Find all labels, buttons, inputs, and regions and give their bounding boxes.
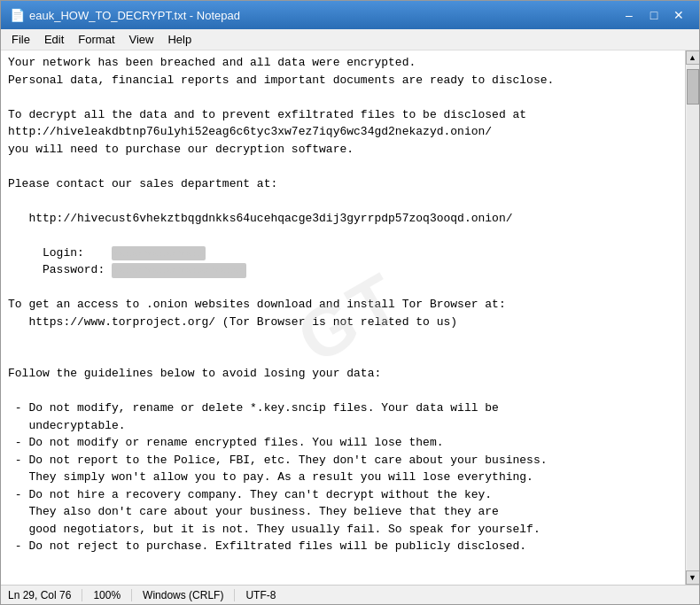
zoom-level: 100% bbox=[82, 589, 132, 601]
title-bar: 📄 eauk_HOW_TO_DECRYPT.txt - Notepad – □ … bbox=[1, 1, 699, 29]
close-button[interactable]: ✕ bbox=[667, 6, 690, 24]
cursor-position: Ln 29, Col 76 bbox=[8, 589, 82, 601]
text-editor[interactable]: Your network has been breached and all d… bbox=[1, 50, 685, 585]
app-icon: 📄 bbox=[10, 8, 24, 22]
title-bar-left: 📄 eauk_HOW_TO_DECRYPT.txt - Notepad bbox=[10, 8, 240, 22]
minimize-button[interactable]: – bbox=[618, 6, 641, 24]
scroll-down-button[interactable]: ▼ bbox=[686, 570, 700, 585]
menu-view[interactable]: View bbox=[122, 31, 161, 48]
notepad-window: 📄 eauk_HOW_TO_DECRYPT.txt - Notepad – □ … bbox=[0, 0, 700, 605]
encoding: UTF-8 bbox=[235, 589, 286, 601]
status-bar: Ln 29, Col 76 100% Windows (CRLF) UTF-8 bbox=[1, 585, 699, 604]
menu-help[interactable]: Help bbox=[160, 31, 198, 48]
menu-file[interactable]: File bbox=[4, 31, 37, 48]
title-controls: – □ ✕ bbox=[618, 6, 690, 24]
menu-bar: File Edit Format View Help bbox=[1, 29, 699, 50]
scrollbar-track[interactable] bbox=[687, 65, 699, 570]
editor-area: Your network has been breached and all d… bbox=[1, 50, 699, 585]
scroll-up-button[interactable]: ▲ bbox=[686, 50, 700, 65]
menu-edit[interactable]: Edit bbox=[37, 31, 71, 48]
maximize-button[interactable]: □ bbox=[642, 6, 665, 24]
window-title: eauk_HOW_TO_DECRYPT.txt - Notepad bbox=[29, 9, 240, 22]
vertical-scrollbar[interactable]: ▲ ▼ bbox=[685, 50, 699, 585]
scrollbar-thumb[interactable] bbox=[687, 69, 699, 105]
line-ending: Windows (CRLF) bbox=[132, 589, 235, 601]
menu-format[interactable]: Format bbox=[71, 31, 121, 48]
